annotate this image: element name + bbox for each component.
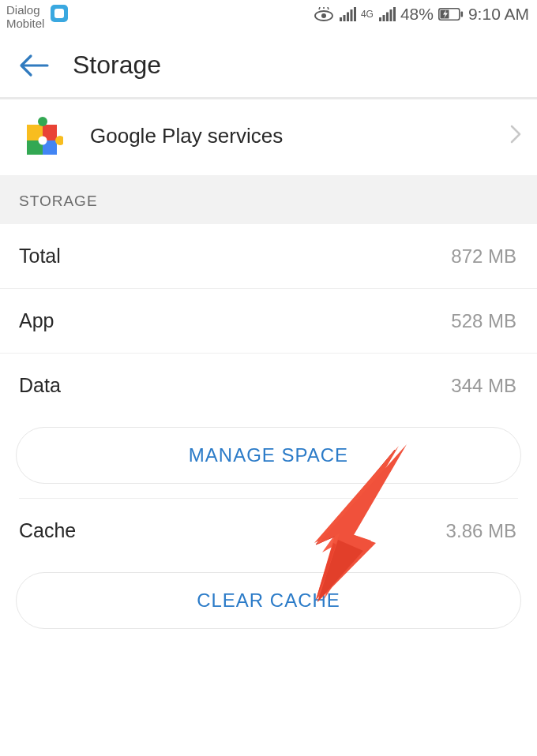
svg-rect-5	[350, 9, 352, 21]
status-bar: Dialog Mobitel 4G	[0, 0, 537, 32]
svg-rect-11	[393, 7, 396, 21]
storage-list: Total 872 MB App 528 MB Data 344 MB MANA…	[0, 224, 537, 640]
clear-cache-button[interactable]: CLEAR CACHE	[16, 572, 521, 629]
carrier-line1: Dialog	[6, 3, 44, 17]
status-right: 4G 48% 9:10 AM	[314, 5, 529, 24]
svg-rect-8	[382, 15, 385, 21]
carrier-line2: Mobitel	[6, 17, 44, 30]
row-total: Total 872 MB	[0, 224, 537, 289]
signal-bars-icon-2	[378, 7, 396, 21]
svg-rect-2	[340, 17, 342, 21]
row-app: App 528 MB	[0, 289, 537, 354]
arrow-left-icon	[19, 54, 49, 77]
network-4g-label: 4G	[361, 10, 374, 18]
battery-icon	[438, 8, 464, 21]
row-app-value: 528 MB	[451, 310, 516, 332]
eye-icon	[314, 7, 334, 21]
row-cache: Cache 3.86 MB	[0, 499, 537, 563]
signal-bars-icon	[339, 7, 356, 21]
chevron-right-icon	[510, 125, 521, 147]
row-total-value: 872 MB	[451, 245, 516, 268]
back-button[interactable]	[19, 54, 49, 77]
row-app-label: App	[19, 309, 54, 332]
clock-time: 9:10 AM	[468, 5, 529, 24]
svg-point-1	[321, 13, 326, 18]
row-data-label: Data	[19, 374, 61, 397]
carrier-name: Dialog Mobitel	[6, 3, 44, 30]
clear-cache-wrap: CLEAR CACHE	[0, 563, 537, 640]
page-header: Storage	[0, 32, 537, 97]
status-left: Dialog Mobitel	[6, 3, 68, 30]
svg-point-21	[39, 137, 47, 145]
app-name: Google Play services	[90, 124, 483, 148]
row-cache-label: Cache	[19, 519, 76, 542]
section-header-storage: STORAGE	[0, 175, 537, 224]
row-data-value: 344 MB	[451, 375, 516, 397]
svg-rect-14	[460, 12, 463, 17]
manage-space-wrap: MANAGE SPACE	[0, 417, 537, 495]
app-badge-icon	[51, 5, 68, 22]
page-title: Storage	[73, 51, 161, 80]
manage-space-button[interactable]: MANAGE SPACE	[16, 427, 521, 484]
svg-rect-10	[389, 9, 392, 21]
svg-point-19	[38, 117, 47, 126]
svg-rect-9	[386, 13, 389, 22]
svg-rect-3	[343, 15, 345, 21]
row-total-label: Total	[19, 245, 61, 268]
google-play-services-icon	[19, 114, 63, 158]
svg-rect-6	[354, 7, 356, 21]
svg-rect-4	[347, 13, 349, 22]
app-info-row[interactable]: Google Play services	[0, 99, 537, 175]
row-cache-value: 3.86 MB	[446, 520, 516, 542]
svg-rect-7	[379, 17, 381, 21]
row-data: Data 344 MB	[0, 354, 537, 417]
battery-percent: 48%	[400, 5, 434, 24]
